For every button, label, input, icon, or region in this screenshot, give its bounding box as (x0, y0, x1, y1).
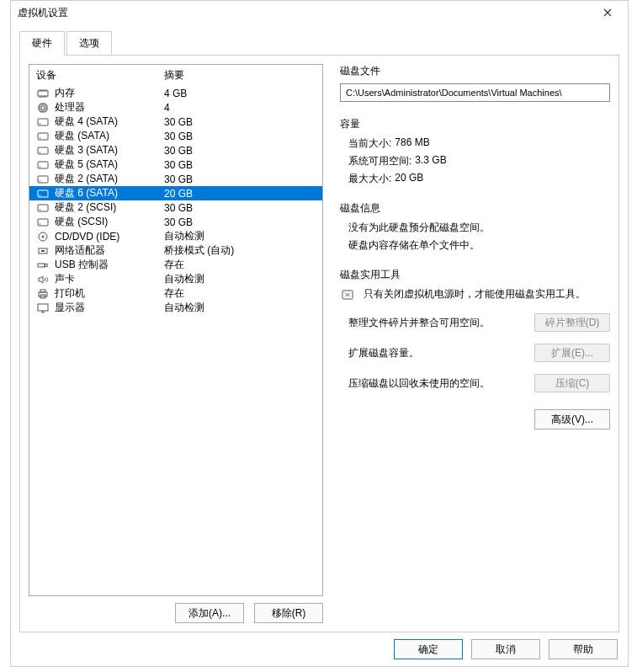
device-row[interactable]: 内存4 GB (29, 86, 322, 100)
ok-button[interactable]: 确定 (394, 639, 463, 659)
svg-rect-24 (45, 264, 47, 266)
disk-file-group: 磁盘文件 C:\Users\Administrator\Documents\Vi… (340, 64, 610, 102)
device-name: USB 控制器 (55, 258, 164, 272)
svg-rect-9 (38, 162, 48, 168)
sound-icon (36, 274, 50, 285)
device-name: 内存 (55, 86, 164, 100)
cancel-button[interactable]: 取消 (471, 639, 540, 659)
svg-rect-0 (38, 91, 48, 96)
device-name: 硬盘 4 (SATA) (55, 115, 164, 129)
disk-file-path[interactable]: C:\Users\Administrator\Documents\Virtual… (340, 83, 610, 102)
list-header: 设备 摘要 (29, 65, 322, 86)
device-row[interactable]: 硬盘 5 (SATA)30 GB (29, 157, 322, 172)
device-summary: 自动检测 (164, 301, 316, 315)
advanced-button[interactable]: 高级(V)... (534, 409, 610, 429)
svg-point-10 (40, 166, 41, 168)
device-name: 硬盘 2 (SATA) (55, 172, 164, 186)
device-summary: 30 GB (164, 116, 316, 128)
defrag-text: 整理文件碎片并整合可用空间。 (348, 316, 526, 330)
disk-info-title: 磁盘信息 (340, 201, 610, 216)
svg-rect-15 (38, 205, 48, 211)
svg-rect-17 (38, 219, 48, 226)
svg-rect-1 (40, 104, 46, 111)
compact-text: 压缩磁盘以回收未使用的空间。 (348, 376, 526, 391)
device-name: 硬盘 2 (SCSI) (55, 200, 164, 215)
window-title: 虚拟机设置 (18, 6, 591, 20)
device-name: 硬盘 3 (SATA) (55, 143, 164, 157)
device-name: 声卡 (55, 272, 164, 286)
device-row[interactable]: 打印机存在 (29, 286, 322, 301)
disk-info-line1: 没有为此硬盘预分配磁盘空间。 (348, 221, 610, 235)
close-button[interactable] (591, 2, 624, 24)
device-summary: 存在 (164, 258, 316, 272)
expand-button: 扩展(E)... (534, 344, 610, 362)
device-row[interactable]: 硬盘 (SATA)30 GB (29, 129, 322, 143)
device-row[interactable]: 硬盘 2 (SCSI)30 GB (29, 200, 322, 215)
device-row[interactable]: 硬盘 2 (SATA)30 GB (29, 172, 322, 186)
device-row[interactable]: 硬盘 3 (SATA)30 GB (29, 143, 322, 157)
device-summary: 30 GB (164, 159, 316, 171)
cpu-icon (36, 102, 50, 114)
device-summary: 30 GB (164, 202, 316, 214)
device-summary: 4 GB (164, 88, 316, 99)
device-name: 处理器 (55, 100, 164, 115)
device-row[interactable]: 网络适配器桥接模式 (自动) (29, 243, 322, 258)
network-icon (36, 245, 50, 257)
device-summary: 30 GB (164, 145, 316, 157)
hdd-icon (36, 173, 50, 185)
disk-info-group: 磁盘信息 没有为此硬盘预分配磁盘空间。 硬盘内容存储在单个文件中。 (340, 201, 610, 253)
hardware-panel: 设备 摘要 内存4 GB处理器4硬盘 4 (SATA)30 GB硬盘 (SATA… (19, 55, 619, 632)
device-row[interactable]: 显示器自动检测 (29, 301, 322, 315)
disk-info-line2: 硬盘内容存储在单个文件中。 (348, 238, 610, 253)
defrag-button: 碎片整理(D) (534, 313, 610, 332)
hdd-icon (36, 131, 50, 142)
svg-rect-7 (38, 147, 48, 154)
current-size-label: 当前大小: (348, 136, 391, 151)
device-row[interactable]: 处理器4 (29, 100, 322, 115)
device-summary: 自动检测 (164, 272, 316, 286)
hdd-icon (36, 159, 50, 171)
device-row[interactable]: 硬盘 (SCSI)30 GB (29, 215, 322, 229)
remove-button[interactable]: 移除(R) (254, 603, 323, 623)
close-icon (603, 8, 612, 17)
device-summary: 自动检测 (164, 229, 316, 243)
add-button[interactable]: 添加(A)... (175, 603, 244, 623)
disk-util-title: 磁盘实用工具 (340, 268, 610, 282)
svg-point-6 (40, 137, 41, 139)
hdd-icon (36, 216, 50, 228)
cd-icon (36, 231, 50, 243)
max-size-label: 最大大小: (348, 172, 391, 186)
device-list: 设备 摘要 内存4 GB处理器4硬盘 4 (SATA)30 GB硬盘 (SATA… (29, 64, 323, 596)
tab-options[interactable]: 选项 (66, 31, 112, 55)
help-button[interactable]: 帮助 (549, 639, 618, 659)
system-free-label: 系统可用空间: (348, 154, 411, 168)
memory-icon (36, 88, 50, 99)
svg-point-14 (40, 195, 41, 196)
device-summary: 4 (164, 102, 316, 114)
usb-icon (36, 259, 50, 271)
system-free-value: 3.3 GB (415, 154, 446, 168)
svg-rect-11 (38, 176, 48, 183)
device-name: 硬盘 (SATA) (55, 129, 164, 143)
device-row[interactable]: CD/DVD (IDE)自动检测 (29, 229, 322, 243)
svg-point-20 (42, 235, 44, 237)
svg-rect-3 (38, 119, 48, 125)
device-row[interactable]: 硬盘 4 (SATA)30 GB (29, 115, 322, 129)
device-row[interactable]: USB 控制器存在 (29, 258, 322, 272)
warning-icon (340, 290, 355, 300)
capacity-group: 容量 当前大小:786 MB 系统可用空间:3.3 GB 最大大小:20 GB (340, 117, 610, 186)
svg-rect-13 (38, 190, 48, 197)
device-row[interactable]: 硬盘 6 (SATA)20 GB (29, 186, 322, 200)
compact-button: 压缩(C) (534, 374, 610, 392)
device-summary: 20 GB (164, 188, 316, 200)
device-name: CD/DVD (IDE) (55, 231, 164, 243)
device-name: 显示器 (55, 301, 164, 315)
device-name: 打印机 (55, 286, 164, 301)
tab-hardware[interactable]: 硬件 (19, 31, 65, 56)
device-name: 网络适配器 (55, 243, 164, 258)
device-row[interactable]: 声卡自动检测 (29, 272, 322, 286)
printer-icon (36, 288, 50, 300)
device-name: 硬盘 (SCSI) (55, 215, 164, 229)
hdd-icon (36, 202, 50, 214)
hdd-icon (36, 145, 50, 157)
